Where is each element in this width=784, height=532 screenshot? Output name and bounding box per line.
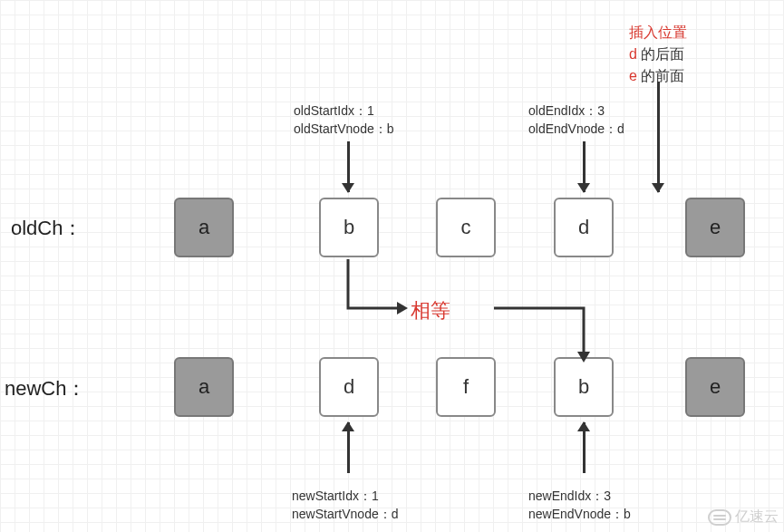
arrow-new-end-icon <box>583 422 586 473</box>
cloud-icon <box>708 509 731 526</box>
svg-marker-0 <box>397 302 408 314</box>
new-end-idx-label: newEndIdx：3 <box>528 488 631 506</box>
watermark-text: 亿速云 <box>735 508 779 527</box>
new-start-vnode-label: newStartVnode：d <box>292 506 399 524</box>
new-end-labels: newEndIdx：3 newEndVnode：b <box>528 488 631 523</box>
new-end-vnode-label: newEndVnode：b <box>528 506 631 524</box>
watermark: 亿速云 <box>708 508 779 527</box>
equal-connector-icon <box>0 0 784 532</box>
svg-marker-1 <box>577 352 590 363</box>
equal-label: 相等 <box>411 297 450 324</box>
new-start-labels: newStartIdx：1 newStartVnode：d <box>292 488 399 523</box>
new-start-idx-label: newStartIdx：1 <box>292 488 399 506</box>
arrow-new-start-icon <box>347 422 350 473</box>
